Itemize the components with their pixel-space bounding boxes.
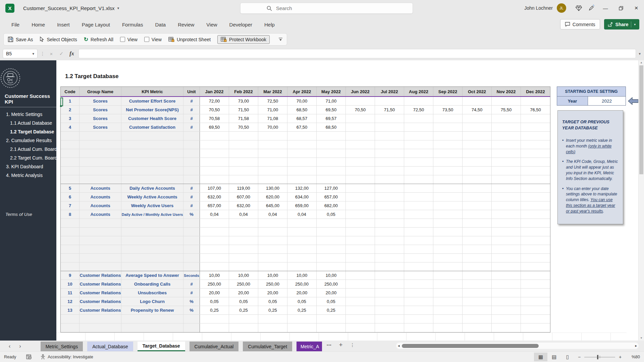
sidebar-item[interactable]: 4. Metric Analysis xyxy=(0,171,56,180)
value-cell[interactable] xyxy=(375,245,404,253)
value-cell[interactable] xyxy=(346,254,375,262)
code-cell[interactable] xyxy=(61,236,79,245)
value-cell[interactable] xyxy=(521,271,550,280)
more-tabs-icon[interactable]: ••• xyxy=(327,343,332,347)
value-cell[interactable] xyxy=(433,158,463,166)
column-header[interactable]: May 2022 xyxy=(317,87,346,96)
value-cell[interactable]: 10,00 xyxy=(258,271,287,280)
value-cell[interactable] xyxy=(317,262,346,271)
value-cell[interactable] xyxy=(463,262,492,271)
value-cell[interactable] xyxy=(229,149,258,158)
value-cell[interactable] xyxy=(433,175,463,184)
toolbar-overflow-icon[interactable] xyxy=(278,38,283,42)
code-cell[interactable]: 1 xyxy=(61,97,79,105)
value-cell[interactable] xyxy=(404,210,433,219)
value-cell[interactable] xyxy=(404,123,433,131)
value-cell[interactable]: 0,04 xyxy=(258,210,287,219)
column-header[interactable]: Unit xyxy=(183,87,200,96)
value-cell[interactable] xyxy=(375,297,404,306)
menu-review[interactable]: Review xyxy=(178,22,194,27)
value-cell[interactable] xyxy=(229,228,258,236)
value-cell[interactable]: 0,25 xyxy=(200,306,229,314)
value-cell[interactable] xyxy=(433,315,463,323)
metric-cell[interactable]: Customer Satisfaction xyxy=(121,123,183,131)
value-cell[interactable]: 70,00 xyxy=(258,123,287,131)
value-cell[interactable] xyxy=(287,262,317,271)
value-cell[interactable] xyxy=(404,289,433,297)
value-cell[interactable]: 107,00 xyxy=(200,184,229,192)
unit-cell[interactable] xyxy=(183,228,200,236)
value-cell[interactable]: 0,05 xyxy=(258,297,287,306)
value-cell[interactable] xyxy=(287,245,317,253)
value-cell[interactable] xyxy=(521,114,550,123)
value-cell[interactable] xyxy=(200,323,229,332)
value-cell[interactable] xyxy=(229,236,258,245)
metric-cell[interactable] xyxy=(121,254,183,262)
value-cell[interactable]: 70,50 xyxy=(229,123,258,131)
value-cell[interactable]: 71,50 xyxy=(375,106,404,114)
value-cell[interactable]: 130,00 xyxy=(258,184,287,192)
value-cell[interactable]: 682,00 xyxy=(317,201,346,210)
sheet-tab-target_database[interactable]: Target_Database xyxy=(138,342,185,351)
value-cell[interactable] xyxy=(521,245,550,253)
value-cell[interactable] xyxy=(521,201,550,210)
value-cell[interactable] xyxy=(346,193,375,201)
value-cell[interactable] xyxy=(317,323,346,332)
sidebar-item[interactable]: 1.1 Actual Database xyxy=(0,119,56,127)
accessibility-status[interactable]: Accessibility: Investigate xyxy=(41,354,93,360)
group-cell[interactable]: Scores xyxy=(79,114,121,123)
value-cell[interactable] xyxy=(492,175,521,184)
metric-cell[interactable]: Logo Churn xyxy=(121,297,183,306)
value-cell[interactable] xyxy=(258,158,287,166)
menu-home[interactable]: Home xyxy=(32,22,45,27)
value-cell[interactable] xyxy=(346,323,375,332)
value-cell[interactable] xyxy=(404,184,433,192)
value-cell[interactable] xyxy=(433,271,463,280)
value-cell[interactable] xyxy=(346,315,375,323)
metric-cell[interactable] xyxy=(121,245,183,253)
metric-cell[interactable]: Weekly Active Accounts xyxy=(121,193,183,201)
value-cell[interactable] xyxy=(492,132,521,140)
value-cell[interactable] xyxy=(433,306,463,314)
page-layout-view-icon[interactable]: ▤ xyxy=(547,353,561,361)
value-cell[interactable]: 71,00 xyxy=(317,97,346,105)
value-cell[interactable] xyxy=(433,140,463,149)
value-cell[interactable] xyxy=(433,114,463,123)
value-cell[interactable] xyxy=(492,306,521,314)
value-cell[interactable] xyxy=(258,236,287,245)
page-break-view-icon[interactable]: ▯ xyxy=(561,353,574,361)
value-cell[interactable] xyxy=(287,315,317,323)
sidebar-item[interactable]: 1. Metric Settings xyxy=(0,110,56,119)
value-cell[interactable]: 657,00 xyxy=(200,201,229,210)
value-cell[interactable]: 0,25 xyxy=(287,306,317,314)
unit-cell[interactable]: % xyxy=(183,297,200,306)
group-cell[interactable]: Scores xyxy=(79,97,121,105)
metric-cell[interactable]: Average Speed to Answer xyxy=(121,271,183,280)
value-cell[interactable] xyxy=(404,175,433,184)
value-cell[interactable] xyxy=(463,149,492,158)
value-cell[interactable]: 0,25 xyxy=(317,306,346,314)
value-cell[interactable]: 75,50 xyxy=(492,106,521,114)
value-cell[interactable]: 0,25 xyxy=(229,306,258,314)
value-cell[interactable] xyxy=(346,140,375,149)
value-cell[interactable] xyxy=(521,175,550,184)
value-cell[interactable]: 620,00 xyxy=(258,193,287,201)
value-cell[interactable] xyxy=(375,262,404,271)
value-cell[interactable] xyxy=(521,149,550,158)
value-cell[interactable] xyxy=(200,315,229,323)
unit-cell[interactable]: Seconds xyxy=(183,271,200,280)
value-cell[interactable] xyxy=(433,236,463,245)
value-cell[interactable] xyxy=(346,210,375,219)
value-cell[interactable] xyxy=(521,184,550,192)
column-header[interactable]: KPI Metric xyxy=(121,87,183,96)
sidebar-item[interactable]: 2.2 Target Cum. Board xyxy=(0,154,56,162)
value-cell[interactable] xyxy=(463,280,492,288)
value-cell[interactable] xyxy=(346,297,375,306)
value-cell[interactable]: 0,05 xyxy=(317,297,346,306)
value-cell[interactable] xyxy=(463,114,492,123)
value-cell[interactable] xyxy=(200,149,229,158)
value-cell[interactable] xyxy=(346,158,375,166)
value-cell[interactable] xyxy=(433,123,463,131)
value-cell[interactable] xyxy=(433,193,463,201)
value-cell[interactable] xyxy=(404,167,433,175)
